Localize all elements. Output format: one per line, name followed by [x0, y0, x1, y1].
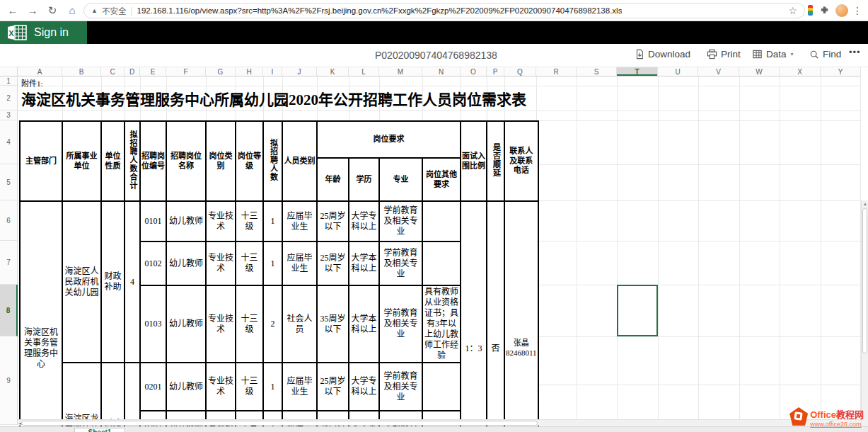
cell-r3-category[interactable]: 专业技术 [206, 285, 236, 363]
col-header-T[interactable]: T [617, 67, 658, 76]
col-header-U[interactable]: U [658, 67, 698, 76]
cell-r3-age[interactable]: 35周岁以下 [317, 285, 349, 363]
home-icon[interactable]: ⌂ [64, 2, 81, 19]
th-post-name[interactable]: 招聘岗位名称 [166, 121, 206, 201]
bookmark-star-icon[interactable]: ☆ [788, 5, 797, 16]
th-person-type[interactable]: 人员类别 [282, 121, 317, 201]
col-header-A[interactable]: A [18, 67, 62, 76]
col-header-N[interactable]: N [422, 67, 461, 76]
cell-r1-count[interactable]: 1 [263, 201, 282, 241]
more-options-button[interactable]: ••• [849, 47, 861, 57]
find-button[interactable]: Find [809, 49, 841, 59]
cell-r4-count[interactable]: 1 [263, 363, 282, 411]
row-header-2[interactable]: 2 [0, 86, 18, 110]
th-age[interactable]: 年龄 [317, 158, 349, 201]
th-contact[interactable]: 联系人及联系电话 [504, 121, 538, 201]
cell-r2-major[interactable]: 学前教育及相关专业 [379, 241, 422, 285]
vertical-scroll-thumb[interactable] [862, 208, 867, 353]
cell-group1-unit[interactable]: 海淀区人民政府机关幼儿园 [62, 201, 101, 363]
download-button[interactable]: Download [635, 49, 690, 59]
url-text[interactable]: 192.168.1.116/op/view.aspx?src=http%3A%2… [137, 6, 623, 15]
cell-postpone[interactable]: 否 [487, 201, 504, 432]
col-header-K[interactable]: K [317, 67, 349, 76]
sheet-tab[interactable]: Sheet1 [74, 428, 125, 432]
cell-r3-post[interactable]: 幼儿教师 [166, 285, 206, 363]
row-header-1[interactable]: 1 [0, 76, 18, 86]
cell-r3-person[interactable]: 社会人员 [282, 285, 317, 363]
th-ratio[interactable]: 面试入围比例 [461, 121, 487, 201]
extension-colored-icon[interactable] [808, 5, 813, 16]
th-major[interactable]: 专业 [379, 158, 422, 201]
vertical-scrollbar[interactable]: ▲ [861, 200, 868, 432]
cell-r2-category[interactable]: 专业技术 [206, 241, 236, 285]
th-dept[interactable]: 主管部门 [20, 121, 62, 201]
col-header-S[interactable]: S [577, 67, 617, 76]
row-header-6[interactable]: 6 [0, 200, 18, 241]
cell-group1-nature[interactable]: 财政补助 [101, 201, 125, 363]
col-header-L[interactable]: L [349, 67, 379, 76]
col-header-R[interactable]: R [536, 67, 577, 76]
col-header-G[interactable]: G [206, 67, 236, 76]
refresh-icon[interactable]: ↻ [44, 2, 61, 19]
cell-r3-code[interactable]: 0103 [140, 285, 166, 363]
cell-r2-person[interactable]: 应届毕业生 [282, 241, 317, 285]
row-header-3[interactable]: 3 [0, 110, 18, 120]
th-count[interactable]: 拟招聘人数 [263, 121, 282, 201]
scroll-up-icon[interactable]: ▲ [862, 200, 868, 208]
th-total[interactable]: 拟招聘人数合计 [125, 121, 140, 201]
data-button[interactable]: Data ▾ [752, 49, 794, 59]
row-header-5[interactable]: 5 [0, 164, 18, 200]
cell-r2-grade[interactable]: 十三级 [236, 241, 263, 285]
select-all-corner[interactable] [0, 67, 18, 76]
profile-avatar[interactable] [835, 4, 848, 17]
not-secure-label[interactable]: 不安全 [102, 5, 127, 16]
cell-r4-education[interactable]: 大学专科以上 [349, 363, 379, 411]
th-requirements[interactable]: 岗位要求 [317, 121, 461, 158]
th-other[interactable]: 岗位其他要求 [422, 158, 461, 201]
cell-r4-person[interactable]: 应届毕业生 [282, 363, 317, 411]
cell-r1-education[interactable]: 大学专科以上 [349, 201, 379, 241]
cell-department[interactable]: 海淀区机关事务管理服务中心 [20, 201, 62, 432]
cell-r2-education[interactable]: 大学本科以上 [349, 241, 379, 285]
col-header-P[interactable]: P [487, 67, 504, 76]
th-education[interactable]: 学历 [349, 158, 379, 201]
cell-r1-post[interactable]: 幼儿教师 [166, 201, 206, 241]
cell-r4-age[interactable]: 25周岁以下 [317, 363, 349, 411]
cell-r2-other[interactable] [422, 241, 461, 285]
cell-r3-grade[interactable]: 十三级 [236, 285, 263, 363]
cell-r1-other[interactable] [422, 201, 461, 241]
horizontal-scroll-thumb[interactable] [21, 421, 538, 426]
col-header-X[interactable]: X [780, 67, 821, 76]
col-header-W[interactable]: W [739, 67, 780, 76]
cell-r4-other[interactable] [422, 363, 461, 411]
col-header-D[interactable]: D [125, 67, 140, 76]
cell-r1-major[interactable]: 学前教育及相关专业 [379, 201, 422, 241]
cell-r3-count[interactable]: 2 [263, 285, 282, 363]
back-icon[interactable]: ← [4, 2, 21, 19]
cell-r4-major[interactable]: 学前教育及相关专业 [379, 363, 422, 411]
th-unit[interactable]: 所属事业单位 [62, 121, 101, 201]
row-header-9[interactable]: 9 [0, 336, 18, 425]
cell-r1-category[interactable]: 专业技术 [206, 201, 236, 241]
cell-r2-count[interactable]: 1 [263, 241, 282, 285]
cell-r2-post[interactable]: 幼儿教师 [166, 241, 206, 285]
cell-r2-age[interactable]: 25周岁以下 [317, 241, 349, 285]
col-header-C[interactable]: C [101, 67, 125, 76]
selected-cell-outline[interactable] [617, 285, 658, 336]
col-header-H[interactable]: H [236, 67, 263, 76]
cell-r3-other[interactable]: 具有教师从业资格证书；具有3年以上幼儿教师工作经验 [422, 285, 461, 363]
col-header-B[interactable]: B [62, 67, 101, 76]
cell-r4-category[interactable]: 专业技术 [206, 363, 236, 411]
cell-r1-grade[interactable]: 十三级 [236, 201, 263, 241]
cell-r3-major[interactable]: 学前教育及相关专业 [379, 285, 422, 363]
cell-r1-person[interactable]: 应届毕业生 [282, 201, 317, 241]
col-header-F[interactable]: F [166, 67, 206, 76]
cell-group1-total[interactable]: 4 [125, 201, 140, 363]
row-header-7[interactable]: 7 [0, 241, 18, 285]
col-header-O[interactable]: O [461, 67, 487, 76]
cell-r4-code[interactable]: 0201 [140, 363, 166, 411]
row-header-8[interactable]: 8 [0, 285, 18, 336]
col-header-E[interactable]: E [140, 67, 166, 76]
cell-r2-code[interactable]: 0102 [140, 241, 166, 285]
th-postpone[interactable]: 是否顺延 [487, 121, 504, 201]
